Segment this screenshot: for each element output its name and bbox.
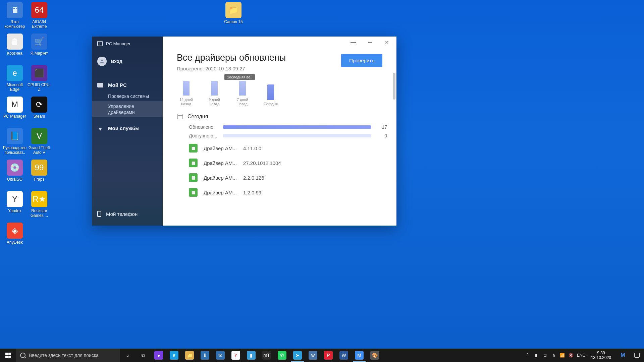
menu-button[interactable] bbox=[346, 38, 360, 48]
driver-row[interactable]: ▦Драйвер AM...1.2.0.99 bbox=[189, 188, 387, 197]
app-icon: 64 bbox=[31, 2, 47, 18]
minimize-button[interactable] bbox=[363, 38, 377, 48]
search-icon bbox=[20, 353, 25, 358]
driver-row[interactable]: ▦Драйвер AM...27.20.1012.1004 bbox=[189, 159, 387, 167]
mail-icon: ✉ bbox=[216, 351, 225, 360]
action-center[interactable] bbox=[630, 349, 644, 362]
taskbar-phone[interactable]: ▮ bbox=[244, 349, 259, 362]
desktop-icon-fraps[interactable]: 99Fraps bbox=[27, 160, 51, 182]
clock[interactable]: 9:3913.10.2020 bbox=[588, 351, 614, 360]
nav-my-services-label: Мои службы bbox=[108, 125, 140, 131]
taskbar-paint[interactable]: 🎨 bbox=[367, 349, 382, 362]
icon-label: UltraISO bbox=[3, 177, 27, 182]
app-icon: 📘 bbox=[7, 128, 23, 144]
taskbar-search[interactable]: Введите здесь текст для поиска bbox=[16, 349, 120, 362]
tray-icon-2[interactable]: ⋔ bbox=[551, 353, 557, 358]
tray-overflow[interactable]: ˄ bbox=[525, 353, 531, 358]
taskbar-apps: ○⧉●e📁⬇✉Y▮mT✆➤wPWM🎨 bbox=[120, 349, 382, 362]
pc-manager-logo-icon bbox=[97, 41, 103, 46]
app-icon: 🗑 bbox=[7, 34, 23, 50]
app-icon: ⬛ bbox=[31, 65, 47, 81]
app-icon: 📁 bbox=[225, 2, 241, 18]
nav-my-phone[interactable]: Мой телефон bbox=[97, 207, 157, 220]
app-icon: ⟳ bbox=[31, 97, 47, 113]
history-bar[interactable]: Сегодня bbox=[262, 84, 279, 106]
desktop-icon-cpuid-cpu-z[interactable]: ⬛CPUID CPU-Z bbox=[27, 65, 51, 92]
history-bar[interactable]: 9 дней назад bbox=[206, 81, 223, 106]
history-bar[interactable]: 14 дней назад bbox=[177, 81, 195, 106]
taskbar-p[interactable]: P bbox=[321, 349, 336, 362]
history-bar[interactable]: 7 дней назад bbox=[234, 81, 251, 106]
today-heading: Сегодня bbox=[177, 114, 387, 120]
taskbar-store[interactable]: ⬇ bbox=[197, 349, 213, 362]
desktop-icon-grand-theft-auto-v[interactable]: VGrand Theft Auto V bbox=[27, 128, 51, 155]
taskbar-word[interactable]: W bbox=[336, 349, 352, 362]
stat-label: Доступно о... bbox=[189, 133, 219, 138]
desktop-icon-pc-manager[interactable]: MPC Manager bbox=[3, 97, 27, 119]
icon-label: Я.Маркет bbox=[27, 51, 51, 56]
close-button[interactable]: ✕ bbox=[380, 38, 394, 48]
taskbar-mail[interactable]: ✉ bbox=[213, 349, 228, 362]
page-header: Все драйверы обновлены Проверено: 2020-1… bbox=[163, 49, 396, 73]
taskbar-yandex-alisa[interactable]: ● bbox=[151, 349, 166, 362]
driver-row[interactable]: ▦Драйвер AM...2.2.0.126 bbox=[189, 173, 387, 182]
avatar-icon bbox=[97, 57, 107, 66]
taskbar-edge[interactable]: e bbox=[166, 349, 182, 362]
driver-name: Драйвер AM... bbox=[204, 190, 237, 195]
tray-icon-4[interactable]: 🔇 bbox=[568, 353, 574, 358]
desktop-icon-этот-компьютер[interactable]: 🖥Этот компьютер bbox=[3, 2, 27, 29]
driver-name: Драйвер AM... bbox=[204, 175, 237, 181]
sidebar-nav: Мой PC Проверка системы Управление драйв… bbox=[92, 74, 163, 203]
desktop-icon-anydesk[interactable]: ◈AnyDesk bbox=[3, 223, 27, 245]
pc-manager-window: PC Manager Вход Мой PC Проверка системы … bbox=[92, 37, 396, 226]
check-button[interactable]: Проверить bbox=[341, 54, 382, 67]
icon-label: AnyDesk bbox=[3, 240, 27, 245]
scrollbar[interactable] bbox=[393, 73, 395, 100]
nav-my-pc-label: Мой PC bbox=[108, 82, 127, 88]
desktop-icon-aida64-extreme[interactable]: 64AIDA64 Extreme bbox=[27, 2, 51, 29]
desktop-icon-я.маркет[interactable]: 🛒Я.Маркет bbox=[27, 34, 51, 56]
tray-icon-0[interactable]: ▮ bbox=[533, 353, 539, 358]
edge-icon: e bbox=[170, 351, 178, 360]
desktop-icon-ultraiso[interactable]: 💿UltraISO bbox=[3, 160, 27, 182]
calendar-icon bbox=[177, 114, 183, 119]
nav-system-check[interactable]: Проверка системы bbox=[92, 91, 163, 101]
nav-my-pc[interactable]: Мой PC bbox=[92, 74, 163, 91]
tray-icon-3[interactable]: 📶 bbox=[559, 353, 566, 358]
stat-bar bbox=[223, 134, 371, 137]
app-icon: M bbox=[7, 97, 23, 113]
desktop-icon-steam[interactable]: ⟳Steam bbox=[27, 97, 51, 119]
taskbar-whatsapp[interactable]: ✆ bbox=[274, 349, 290, 362]
icon-label: Grand Theft Auto V bbox=[27, 145, 51, 155]
taskbar-cortana[interactable]: ○ bbox=[120, 349, 136, 362]
driver-version: 4.11.0.0 bbox=[243, 145, 261, 151]
taskbar-mt[interactable]: mT bbox=[259, 349, 274, 362]
icon-label: Руководство пользоват.. bbox=[3, 145, 27, 155]
taskbar-explorer[interactable]: 📁 bbox=[182, 349, 197, 362]
app-title: PC Manager bbox=[106, 41, 130, 46]
taskbar-yandex[interactable]: Y bbox=[228, 349, 244, 362]
app-icon: e bbox=[7, 65, 23, 81]
search-placeholder: Введите здесь текст для поиска bbox=[29, 353, 99, 358]
app-title-row: PC Manager bbox=[92, 37, 163, 51]
svg-point-0 bbox=[101, 60, 103, 61]
login-row[interactable]: Вход bbox=[92, 51, 163, 74]
desktop-icon-yandex[interactable]: YYandex bbox=[3, 191, 27, 213]
tray-icon-1[interactable]: ⊡ bbox=[542, 353, 548, 358]
desktop-icon-руководство-пользоват..[interactable]: 📘Руководство пользоват.. bbox=[3, 128, 27, 155]
nav-driver-management[interactable]: Управление драйверами bbox=[92, 101, 163, 117]
start-button[interactable] bbox=[0, 349, 16, 362]
desktop-icon-microsoft-edge[interactable]: eMicrosoft Edge bbox=[3, 65, 27, 92]
taskbar-pc-manager[interactable]: M bbox=[352, 349, 367, 362]
language-indicator[interactable]: ENG bbox=[577, 353, 586, 358]
pc-manager-tray[interactable]: M bbox=[616, 349, 630, 362]
taskbar-task-view[interactable]: ⧉ bbox=[136, 349, 151, 362]
taskbar-vk[interactable]: w bbox=[305, 349, 321, 362]
desktop-icon-корзина[interactable]: 🗑Корзина bbox=[3, 34, 27, 56]
desktop-icon-rockstar-games-...[interactable]: R★Rockstar Games ... bbox=[27, 191, 51, 218]
nav-my-services[interactable]: ♥ Мои службы bbox=[92, 117, 163, 134]
app-icon: 99 bbox=[31, 160, 47, 176]
desktop-icon-camon-15[interactable]: 📁Camon 15 bbox=[221, 2, 246, 24]
taskbar-telegram[interactable]: ➤ bbox=[290, 349, 305, 362]
driver-row[interactable]: ▦Драйвер AM...4.11.0.0 bbox=[189, 144, 387, 153]
